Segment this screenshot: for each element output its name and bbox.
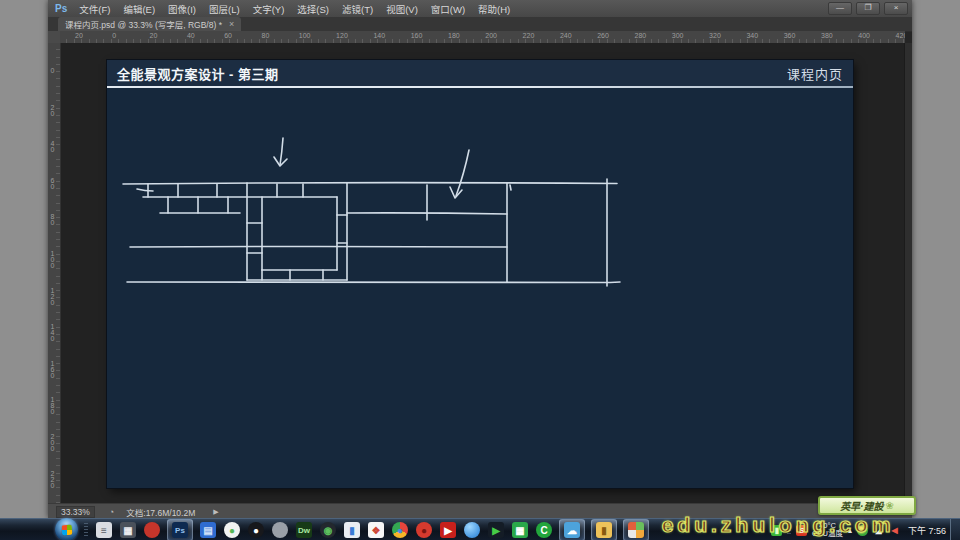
restore-button[interactable]: ❐ (856, 2, 880, 15)
sketch-drawing (107, 60, 853, 488)
qq-app-icon[interactable]: ● (247, 520, 265, 540)
red-ring-app-icon[interactable]: ● (415, 520, 433, 540)
photo-app-icon[interactable]: ❖ (367, 520, 385, 540)
red-play-app-icon[interactable]: ▶ (439, 520, 457, 540)
ruler-tick-label: 260 (597, 32, 609, 39)
menu-item-image[interactable]: 图像(I) (168, 2, 196, 16)
status-clock-icon: ◔ (109, 507, 114, 517)
menu-item-file[interactable]: 文件(F) (79, 2, 110, 16)
kugou-app-icon[interactable]: ◉ (319, 520, 337, 540)
blue-ball-app-icon[interactable] (463, 520, 481, 540)
canvas-header-title: 全能景观方案设计 - 第三期 (117, 64, 279, 83)
ruler-tick-label: 20 (150, 32, 158, 39)
green-sheet-app-icon[interactable]: ▦ (511, 520, 529, 540)
green-play-app-icon[interactable]: ▶ (487, 520, 505, 540)
start-button[interactable] (55, 518, 78, 540)
ruler-tick-label: 360 (784, 32, 796, 39)
photoshop-logo: Ps (55, 3, 67, 14)
ruler-tick-label: 300 (672, 32, 684, 39)
ruler-tick-label: 80 (49, 213, 56, 225)
ruler-tick-label: 220 (523, 32, 535, 39)
taskbar-icon-list: ≡▦Ps▤●●Dw◉▮❖●●▶▶▦C☁▮ (95, 519, 649, 540)
minimize-button[interactable]: — (828, 2, 852, 15)
green-c-app-icon[interactable]: C (535, 520, 553, 540)
menu-item-select[interactable]: 选择(S) (297, 2, 329, 16)
ruler-vertical: 020406080100120140160180200220240 (48, 43, 61, 503)
blue-app-icon[interactable]: ▤ (199, 520, 217, 540)
ruler-tick-label: 380 (821, 32, 833, 39)
menu-item-help[interactable]: 帮助(H) (478, 2, 510, 16)
canvas-header-band: 全能景观方案设计 - 第三期 课程内页 (107, 60, 853, 86)
ruler-tick-label: 160 (49, 360, 56, 378)
ruler-tick-label: 40 (49, 140, 56, 152)
canvas-header-right: 课程内页 (787, 64, 843, 83)
document-size-info: 文档:17.6M/10.2M (126, 506, 195, 518)
document-tab-title: 课程内页.psd @ 33.3% (写字层, RGB/8) * (65, 18, 222, 30)
menu-item-layer[interactable]: 图层(L) (209, 2, 240, 16)
ruler-tick-label: 0 (112, 32, 116, 39)
ruler-tick-label: 100 (299, 32, 311, 39)
ruler-tick-label: 0 (49, 67, 56, 73)
chrome-app-icon[interactable]: ● (391, 520, 409, 540)
ruler-tick-label: 320 (709, 32, 721, 39)
white-blue-app-icon[interactable]: ▮ (343, 520, 361, 540)
ruler-tick-label: 160 (411, 32, 423, 39)
notes-app-icon[interactable]: ≡ (95, 520, 113, 540)
menu-item-window[interactable]: 窗口(W) (431, 2, 465, 16)
workspace: 全能景观方案设计 - 第三期 课程内页 (61, 43, 912, 503)
close-button[interactable]: × (884, 2, 908, 15)
document-tab-bar: 课程内页.psd @ 33.3% (写字层, RGB/8) * × (48, 17, 912, 32)
widgets-app-icon[interactable]: ▦ (119, 520, 137, 540)
ruler-tick-label: 340 (746, 32, 758, 39)
ruler-tick-label: 60 (224, 32, 232, 39)
ruler-tick-label: 20 (75, 32, 83, 39)
ruler-tick-label: 140 (49, 323, 56, 341)
ruler-tick-label: 420 (896, 32, 905, 39)
ruler-tick-label: 60 (49, 177, 56, 189)
canvas-header-underline (107, 86, 853, 88)
vertical-scrollbar[interactable] (904, 43, 912, 503)
canvas-document[interactable]: 全能景观方案设计 - 第三期 课程内页 (107, 60, 853, 488)
ruler-tick-label: 80 (262, 32, 270, 39)
ruler-tick-label: 200 (49, 433, 56, 451)
site-watermark: edu.zhulong.com (598, 514, 958, 537)
ruler-tick-label: 220 (49, 470, 56, 488)
ruler-tick-label: 100 (49, 250, 56, 268)
status-expand-arrow-icon[interactable]: ▶ (213, 508, 218, 516)
cloud-window-icon[interactable]: ☁ (559, 519, 585, 540)
flower-icon: ❀ (885, 500, 893, 511)
gray-ball-app-icon[interactable] (271, 520, 289, 540)
ruler-tick-label: 120 (49, 287, 56, 305)
author-badge-text: 英早·建設 (840, 498, 883, 513)
author-badge: 英早·建設 ❀ (818, 496, 916, 515)
photoshop-window: Ps 文件(F)编辑(E)图像(I)图层(L)文字(Y)选择(S)滤镜(T)视图… (48, 0, 912, 518)
menu-item-filter[interactable]: 滤镜(T) (342, 2, 373, 16)
ruler-tick-label: 240 (560, 32, 572, 39)
ruler-tick-label: 140 (373, 32, 385, 39)
menu-item-type[interactable]: 文字(Y) (253, 2, 285, 16)
menu-item-list: 文件(F)编辑(E)图像(I)图层(L)文字(Y)选择(S)滤镜(T)视图(V)… (79, 2, 510, 16)
dreamweaver-app-icon[interactable]: Dw (295, 520, 313, 540)
taskbar-separator (84, 523, 88, 537)
ruler-tick-label: 20 (49, 104, 56, 116)
ruler-tick-label: 180 (49, 396, 56, 414)
ruler-tick-label: 400 (858, 32, 870, 39)
photoshop-app-icon[interactable]: Ps (167, 519, 193, 540)
zoom-level-field[interactable]: 33.33% (56, 506, 95, 518)
tab-close-icon[interactable]: × (229, 19, 234, 29)
red-ball-app-icon[interactable] (143, 520, 161, 540)
window-controls: — ❐ × (828, 2, 908, 15)
menu-item-view[interactable]: 视图(V) (386, 2, 418, 16)
green-pill-app-icon[interactable]: ● (223, 520, 241, 540)
ruler-tick-label: 120 (336, 32, 348, 39)
ruler-tick-label: 280 (635, 32, 647, 39)
ruler-tick-label: 200 (485, 32, 497, 39)
ruler-tick-label: 180 (448, 32, 460, 39)
document-tab[interactable]: 课程内页.psd @ 33.3% (写字层, RGB/8) * × (58, 17, 241, 31)
windows-logo-icon (61, 524, 72, 535)
menu-bar: Ps 文件(F)编辑(E)图像(I)图层(L)文字(Y)选择(S)滤镜(T)视图… (48, 0, 912, 18)
ruler-tick-label: 40 (187, 32, 195, 39)
menu-item-edit[interactable]: 编辑(E) (123, 2, 155, 16)
